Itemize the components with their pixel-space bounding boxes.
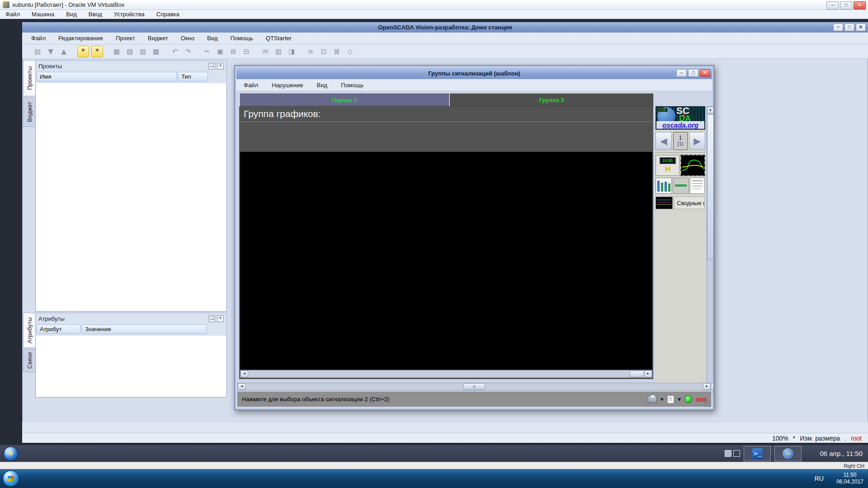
toolbar-icon[interactable]: ▲	[58, 46, 69, 57]
toolbar-icon[interactable]: ▧	[124, 46, 135, 57]
menu-item-вид[interactable]: Вид	[316, 82, 329, 89]
float-panel-icon[interactable]: ❑	[208, 315, 215, 322]
menu-item-файл[interactable]: Файл	[5, 11, 21, 18]
tab-widget[interactable]: Виджет	[23, 97, 36, 127]
menu-item-нарушение[interactable]: Нарушение	[271, 82, 304, 89]
toolbar-icon[interactable]: ▩	[151, 46, 161, 57]
summary-graphs-label[interactable]: Сводные гра	[674, 197, 705, 209]
oscada-launcher[interactable]: ➔	[774, 446, 802, 461]
toolbar-icon[interactable]: ⊞	[228, 46, 239, 57]
thumbnail-summary-graphs[interactable]	[656, 197, 673, 209]
toolbar-icon[interactable]: *	[91, 46, 103, 57]
scroll-left-icon[interactable]: ◄	[241, 371, 248, 377]
menu-item-справка[interactable]: Справка	[156, 11, 180, 18]
thumbnail-bars[interactable]	[656, 178, 672, 194]
close-icon[interactable]: ✕	[854, 1, 866, 9]
dialog-titlebar[interactable]: Группы сигнализаций (шаблон)	[236, 67, 712, 79]
scroll-right-icon[interactable]: ►	[703, 383, 711, 390]
toolbar-icon[interactable]: ⊡	[318, 46, 329, 57]
minimize-icon[interactable]: –	[833, 23, 843, 31]
close-icon[interactable]: ✕	[700, 69, 710, 77]
toolbar-icon[interactable]: ▥	[273, 46, 284, 57]
menu-item-ввод[interactable]: Ввод	[88, 11, 103, 18]
dialog-vertical-scrollbar[interactable]: ▲ ▼	[707, 106, 713, 394]
menu-item-qtstarter[interactable]: QTStarter	[265, 35, 292, 42]
start-button[interactable]: ❖	[4, 446, 18, 461]
print-dropdown-icon[interactable]: ▼	[660, 397, 664, 402]
toolbar-icon[interactable]: ◨	[286, 46, 297, 57]
toolbar-icon[interactable]: ✂	[202, 46, 212, 57]
scrollbar-thumb[interactable]	[707, 114, 714, 260]
windows-clock[interactable]: 11:50 06.04.2017	[836, 472, 863, 485]
minimize-icon[interactable]: –	[826, 1, 839, 9]
scrollbar-thumb[interactable]	[630, 371, 644, 377]
toolbar-icon[interactable]: ▤	[32, 46, 43, 57]
toolbar-icon[interactable]: ↶	[170, 46, 180, 57]
main-window-titlebar[interactable]: OpenSCADA Vision-разработка: Демо станци…	[22, 22, 868, 33]
toolbar-icon[interactable]: ↷	[183, 46, 193, 57]
dialog-horizontal-scrollbar[interactable]: ◄ ||| ►	[237, 383, 711, 390]
toolbar-icon[interactable]: ▦	[111, 46, 122, 57]
toolbar-icon[interactable]: ▼	[45, 46, 56, 57]
thumbnail-document[interactable]	[690, 178, 705, 194]
menu-item-вид[interactable]: Вид	[65, 11, 78, 18]
menu-item-файл[interactable]: Файл	[243, 82, 259, 89]
toolbar-icon[interactable]: ≡	[305, 46, 316, 57]
chart-horizontal-scrollbar[interactable]: ◄ ►	[240, 370, 652, 378]
tab-attributes[interactable]: Атрибуты	[23, 313, 36, 348]
menu-item-вид[interactable]: Вид	[206, 35, 219, 42]
menu-item-устройства[interactable]: Устройства	[113, 11, 146, 18]
scrollbar-thumb[interactable]: |||	[463, 383, 485, 390]
close-icon[interactable]: ✕	[856, 23, 866, 31]
column-header-attribute[interactable]: Атрибут	[37, 324, 80, 334]
menu-item-помощь[interactable]: Помощь	[230, 35, 254, 42]
print-icon[interactable]	[648, 396, 657, 403]
clock[interactable]: 06 апр., 11:50	[820, 450, 863, 457]
toolbar-icon[interactable]: ⊟	[241, 46, 252, 57]
thumbnail-faceplate[interactable]	[673, 178, 689, 194]
scroll-right-icon[interactable]: ►	[644, 371, 652, 377]
column-header-type[interactable]: Тип	[178, 72, 208, 81]
menu-item-редактирование[interactable]: Редактирование	[57, 35, 104, 42]
toolbar-icon[interactable]: ⊠	[331, 46, 342, 57]
maximize-icon[interactable]: □	[840, 1, 852, 9]
workspace-1[interactable]	[725, 450, 731, 457]
toolbar-icon[interactable]: *	[77, 46, 89, 57]
column-header-name[interactable]: Имя	[37, 72, 177, 81]
thumbnail-valve[interactable]: 10.95	[656, 155, 679, 176]
scroll-up-icon[interactable]: ▲	[707, 107, 714, 113]
menu-item-проект[interactable]: Проект	[115, 35, 136, 42]
minimize-icon[interactable]: –	[676, 69, 687, 77]
tab-group2[interactable]: Группа 2	[450, 94, 653, 106]
maximize-icon[interactable]: □	[844, 23, 854, 31]
tab-projects[interactable]: Проекты	[23, 60, 36, 96]
menu-item-файл[interactable]: Файл	[30, 35, 47, 42]
menu-item-виджет[interactable]: Виджет	[147, 35, 169, 42]
close-icon[interactable]: ✕	[217, 63, 224, 70]
toolbar-icon[interactable]: ▣	[215, 46, 226, 57]
column-header-value[interactable]: Значение	[82, 324, 207, 334]
scroll-left-icon[interactable]: ◄	[238, 383, 245, 390]
oscada-logo[interactable]: 10.95 SC & DA oscada.org	[656, 106, 705, 130]
toolbar-icon[interactable]: ▨	[137, 46, 148, 57]
menu-item-окно[interactable]: Окно	[180, 35, 195, 42]
menu-item-машина[interactable]: Машина	[31, 11, 55, 18]
terminal-launcher[interactable]: ≻_	[744, 446, 771, 461]
prev-page-icon[interactable]: ◀	[656, 132, 672, 150]
tab-links[interactable]: Связи	[23, 349, 36, 372]
resize-grip[interactable]	[704, 400, 711, 407]
language-indicator[interactable]: RU	[815, 475, 824, 482]
close-icon[interactable]: ✕	[217, 315, 224, 322]
workspace-2[interactable]	[733, 450, 740, 457]
toolbar-icon[interactable]: ◇	[344, 46, 355, 57]
menu-item-помощь[interactable]: Помощь	[340, 82, 364, 89]
float-panel-icon[interactable]: ❑	[208, 63, 215, 70]
windows-start-button[interactable]	[3, 470, 19, 487]
logo-site-link[interactable]: oscada.org	[656, 121, 704, 129]
export-dropdown-icon[interactable]: ▼	[678, 397, 681, 402]
maximize-icon[interactable]: □	[688, 69, 698, 77]
tab-group1[interactable]: Группа 1	[240, 94, 449, 106]
toolbar-icon[interactable]: ✉	[260, 46, 271, 57]
trend-chart[interactable]	[240, 152, 652, 370]
export-icon[interactable]	[667, 395, 674, 404]
